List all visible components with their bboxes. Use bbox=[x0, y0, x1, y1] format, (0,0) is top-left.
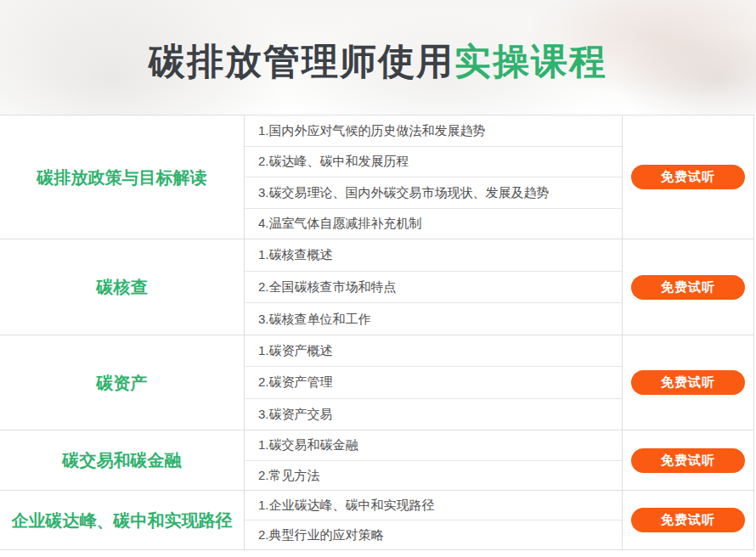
lesson-item: 1.碳核查概述 bbox=[245, 239, 622, 272]
lesson-item: 1.碳交易和碳金融 bbox=[245, 430, 622, 461]
action-cell: 免费试听 bbox=[623, 430, 754, 490]
lesson-item: 3.碳资产交易 bbox=[245, 399, 622, 430]
lesson-item: 3.碳交易理论、国内外碳交易市场现状、发展及趋势 bbox=[245, 177, 622, 209]
lesson-item: 2.典型行业的应对策略 bbox=[245, 520, 622, 549]
category-cell: 碳交易和碳金融 bbox=[0, 430, 244, 490]
lesson-list: 1.碳资产概述 2.碳资产管理 3.碳资产交易 bbox=[244, 335, 623, 430]
page-title-highlight: 实操课程 bbox=[454, 41, 607, 82]
lesson-item: 2.碳资产管理 bbox=[245, 367, 622, 398]
category-cell: 企业碳达峰、碳中和实现路径 bbox=[0, 491, 244, 549]
action-cell: 免费试听 bbox=[623, 239, 754, 335]
action-cell: 免费试听 bbox=[623, 335, 754, 430]
course-group: 碳排放政策与目标解读 1.国内外应对气候的历史做法和发展趋势 2.碳达峰、碳中和… bbox=[0, 115, 754, 239]
category-cell: 碳资产 bbox=[0, 335, 244, 430]
lesson-item: 2.全国碳核查市场和特点 bbox=[245, 272, 622, 304]
action-cell: 免费试听 bbox=[623, 115, 754, 239]
free-trial-button[interactable]: 免费试听 bbox=[631, 508, 745, 532]
lesson-list: 1.碳核查概述 2.全国碳核查市场和特点 3.碳核查单位和工作 bbox=[244, 239, 623, 335]
page-title: 碳排放管理师使用实操课程 bbox=[0, 43, 756, 80]
lesson-item: 1.国内外应对气候的历史做法和发展趋势 bbox=[245, 115, 622, 147]
free-trial-button[interactable]: 免费试听 bbox=[631, 165, 745, 189]
action-cell: 免费试听 bbox=[623, 491, 754, 549]
lesson-item: 2.常见方法 bbox=[245, 461, 622, 491]
course-group: 碳资产 1.碳资产概述 2.碳资产管理 3.碳资产交易 免费试听 bbox=[0, 335, 754, 430]
lesson-list: 1.企业碳达峰、碳中和实现路径 2.典型行业的应对策略 bbox=[244, 491, 623, 549]
lesson-list: 1.碳交易和碳金融 2.常见方法 bbox=[244, 430, 623, 490]
course-group: 碳交易和碳金融 1.碳交易和碳金融 2.常见方法 免费试听 bbox=[0, 430, 754, 491]
lesson-item: 3.碳核查单位和工作 bbox=[245, 303, 622, 335]
category-cell: 碳核查 bbox=[0, 239, 244, 335]
free-trial-button[interactable]: 免费试听 bbox=[631, 370, 745, 395]
lesson-list: 1.国内外应对气候的历史做法和发展趋势 2.碳达峰、碳中和发展历程 3.碳交易理… bbox=[244, 115, 623, 239]
free-trial-button[interactable]: 免费试听 bbox=[631, 448, 745, 473]
lesson-item: 1.企业碳达峰、碳中和实现路径 bbox=[245, 491, 622, 520]
lesson-item: 2.碳达峰、碳中和发展历程 bbox=[245, 147, 622, 178]
course-group: 企业碳达峰、碳中和实现路径 1.企业碳达峰、碳中和实现路径 2.典型行业的应对策… bbox=[0, 491, 754, 550]
lesson-item: 1.碳资产概述 bbox=[245, 335, 622, 367]
course-table: 碳排放政策与目标解读 1.国内外应对气候的历史做法和发展趋势 2.碳达峰、碳中和… bbox=[0, 115, 754, 550]
header-banner: 碳排放管理师使用实操课程 bbox=[0, 0, 756, 115]
free-trial-button[interactable]: 免费试听 bbox=[631, 275, 745, 300]
page-title-main: 碳排放管理师使用 bbox=[149, 41, 454, 82]
course-group: 碳核查 1.碳核查概述 2.全国碳核查市场和特点 3.碳核查单位和工作 免费试听 bbox=[0, 239, 754, 335]
category-cell: 碳排放政策与目标解读 bbox=[0, 115, 244, 239]
lesson-item: 4.温室气体自愿减排补充机制 bbox=[245, 209, 622, 239]
